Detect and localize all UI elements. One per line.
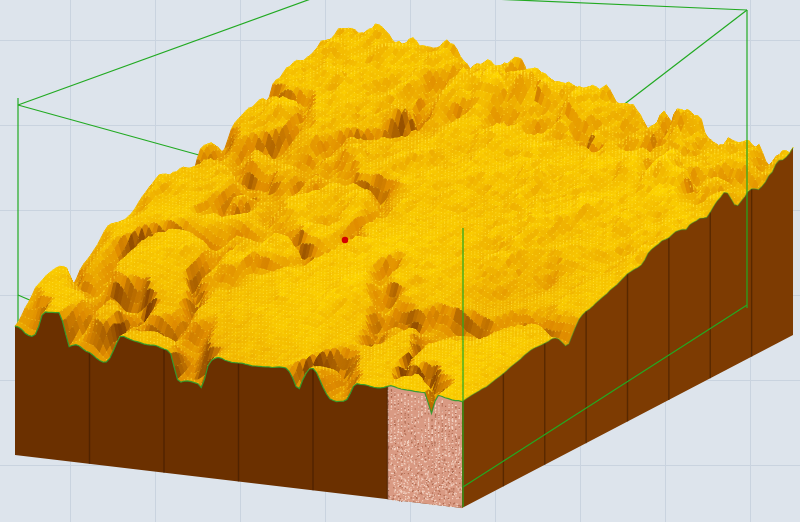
3d-viewport bbox=[0, 0, 800, 522]
viewport-canvas[interactable] bbox=[0, 0, 800, 522]
